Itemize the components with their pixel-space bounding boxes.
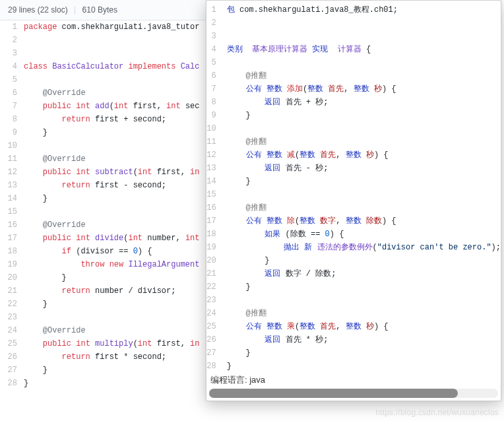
code-line[interactable]: 4class BasicCalculator implements Calc — [0, 60, 224, 73]
code-line[interactable]: 11 @推翻 — [206, 135, 501, 148]
line-content[interactable] — [227, 16, 501, 30]
code-line[interactable]: 18 如果 (除数 == 0) { — [206, 228, 501, 241]
line-content[interactable] — [227, 122, 501, 135]
code-line[interactable]: 5 — [0, 73, 224, 86]
code-line[interactable]: 1包 com.shekhargulati.java8_教程.ch01; — [206, 3, 501, 16]
line-content[interactable]: public int divide(int number, int — [24, 232, 224, 245]
code-line[interactable]: 4类别 基本原理计算器 实现 计算器 { — [206, 43, 501, 56]
line-content[interactable] — [227, 188, 501, 201]
code-line[interactable]: 13 return first - second; — [0, 179, 224, 192]
line-content[interactable]: @推翻 — [227, 69, 501, 82]
line-content[interactable]: 返回 数字 / 除数; — [227, 267, 501, 280]
code-line[interactable]: 24 @Override — [0, 324, 224, 337]
line-content[interactable]: 公有 整数 添加(整数 首先, 整数 秒) { — [227, 82, 501, 96]
code-line[interactable]: 21 return number / divisor; — [0, 284, 224, 298]
line-content[interactable]: 返回 首先 + 秒; — [227, 96, 501, 109]
line-content[interactable]: 包 com.shekhargulati.java8_教程.ch01; — [227, 3, 501, 16]
line-content[interactable]: } — [24, 377, 224, 390]
code-line[interactable]: 8 return first + second; — [0, 113, 224, 126]
line-content[interactable]: throw new IllegalArgument — [24, 258, 224, 271]
line-content[interactable]: return number / divisor; — [24, 284, 224, 298]
code-line[interactable]: 18 if (divisor == 0) { — [0, 245, 224, 258]
line-content[interactable]: return first - second; — [24, 179, 224, 192]
line-content[interactable]: } — [24, 364, 224, 377]
code-line[interactable]: 25 public int multiply(int first, in — [0, 337, 224, 350]
line-content[interactable]: } — [24, 298, 224, 311]
horizontal-scrollbar[interactable] — [209, 389, 498, 398]
line-content[interactable] — [24, 139, 224, 152]
line-content[interactable]: @Override — [24, 152, 224, 166]
code-line[interactable]: 25 公有 整数 乘(整数 首先, 整数 秒) { — [206, 320, 501, 333]
right-code-table[interactable]: 1包 com.shekhargulati.java8_教程.ch01;234类别… — [206, 3, 501, 370]
line-content[interactable]: if (divisor == 0) { — [24, 245, 224, 258]
line-content[interactable]: @Override — [24, 324, 224, 337]
line-content[interactable]: 类别 基本原理计算器 实现 计算器 { — [227, 43, 501, 56]
code-line[interactable]: 28} — [206, 360, 501, 370]
code-line[interactable]: 16 @推翻 — [206, 201, 501, 214]
line-content[interactable]: } — [227, 360, 501, 370]
code-line[interactable]: 3 — [206, 30, 501, 43]
code-line[interactable]: 10 — [206, 122, 501, 135]
code-line[interactable]: 9 } — [206, 109, 501, 122]
code-line[interactable]: 20 } — [0, 271, 224, 284]
line-content[interactable]: 返回 首先 * 秒; — [227, 333, 501, 346]
line-content[interactable]: 如果 (除数 == 0) { — [227, 228, 501, 241]
code-line[interactable]: 17 公有 整数 除(整数 数字, 整数 除数) { — [206, 214, 501, 228]
translated-code-popup[interactable]: 1包 com.shekhargulati.java8_教程.ch01;234类别… — [206, 0, 501, 401]
left-code-table[interactable]: 1package com.shekhargulati.java8_tutor23… — [0, 20, 224, 390]
code-line[interactable]: 27 } — [0, 364, 224, 377]
line-content[interactable]: package com.shekhargulati.java8_tutor — [24, 20, 224, 34]
code-line[interactable]: 9 } — [0, 126, 224, 139]
line-content[interactable] — [24, 205, 224, 218]
code-line[interactable]: 10 — [0, 139, 224, 152]
line-content[interactable]: public int add(int first, int sec — [24, 100, 224, 113]
code-line[interactable]: 24 @推翻 — [206, 307, 501, 320]
line-content[interactable]: } — [227, 254, 501, 267]
line-content[interactable] — [24, 311, 224, 324]
code-line[interactable]: 12 public int subtract(int first, in — [0, 166, 224, 179]
code-line[interactable]: 15 — [206, 188, 501, 201]
code-line[interactable]: 13 返回 首先 - 秒; — [206, 162, 501, 175]
line-content[interactable]: @Override — [24, 86, 224, 100]
line-content[interactable] — [24, 34, 224, 47]
code-line[interactable]: 8 返回 首先 + 秒; — [206, 96, 501, 109]
code-line[interactable]: 3 — [0, 47, 224, 60]
code-line[interactable]: 26 返回 首先 * 秒; — [206, 333, 501, 346]
line-content[interactable] — [227, 30, 501, 43]
code-line[interactable]: 7 public int add(int first, int sec — [0, 100, 224, 113]
line-content[interactable] — [227, 294, 501, 307]
line-content[interactable]: @推翻 — [227, 201, 501, 214]
code-line[interactable]: 20 } — [206, 254, 501, 267]
line-content[interactable]: } — [227, 175, 501, 188]
line-content[interactable]: class BasicCalculator implements Calc — [24, 60, 224, 73]
line-content[interactable]: 公有 整数 除(整数 数字, 整数 除数) { — [227, 214, 501, 228]
code-line[interactable]: 17 public int divide(int number, int — [0, 232, 224, 245]
line-content[interactable]: } — [24, 126, 224, 139]
line-content[interactable]: } — [24, 192, 224, 205]
code-line[interactable]: 2 — [206, 16, 501, 30]
code-line[interactable]: 14 } — [206, 175, 501, 188]
code-line[interactable]: 6 @推翻 — [206, 69, 501, 82]
code-line[interactable]: 5 — [206, 56, 501, 69]
line-content[interactable]: 公有 整数 乘(整数 首先, 整数 秒) { — [227, 320, 501, 333]
code-line[interactable]: 6 @Override — [0, 86, 224, 100]
code-line[interactable]: 19 抛出 新 违法的参数例外("divisor can't be zero."… — [206, 241, 501, 254]
code-line[interactable]: 21 返回 数字 / 除数; — [206, 267, 501, 280]
line-content[interactable]: } — [227, 109, 501, 122]
code-line[interactable]: 1package com.shekhargulati.java8_tutor — [0, 20, 224, 34]
line-content[interactable]: return first + second; — [24, 113, 224, 126]
code-line[interactable]: 23 — [206, 294, 501, 307]
line-content[interactable]: return first * second; — [24, 350, 224, 364]
line-content[interactable]: } — [227, 280, 501, 294]
line-content[interactable]: @Override — [24, 218, 224, 232]
line-content[interactable] — [24, 73, 224, 86]
code-line[interactable]: 15 — [0, 205, 224, 218]
line-content[interactable] — [227, 56, 501, 69]
code-line[interactable]: 19 throw new IllegalArgument — [0, 258, 224, 271]
code-line[interactable]: 2 — [0, 34, 224, 47]
line-content[interactable]: @推翻 — [227, 307, 501, 320]
line-content[interactable]: @推翻 — [227, 135, 501, 148]
code-line[interactable]: 14 } — [0, 192, 224, 205]
scrollbar-thumb[interactable] — [209, 389, 458, 398]
line-content[interactable]: 返回 首先 - 秒; — [227, 162, 501, 175]
